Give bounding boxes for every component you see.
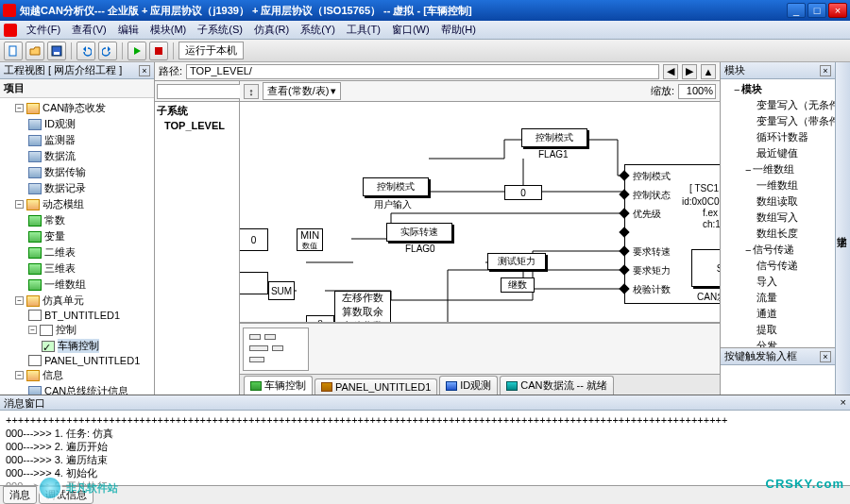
key-input-close-icon[interactable]: × (820, 351, 831, 362)
menu-help[interactable]: 帮助(H) (435, 21, 482, 39)
block-in2[interactable] (240, 272, 268, 294)
module-item[interactable]: 分发 (745, 338, 833, 347)
vertical-tab-desc[interactable]: 描述字 (835, 62, 850, 395)
key-input-title: 按键触发输入框 (724, 349, 797, 363)
module-panel-header: 模块 × (721, 62, 835, 79)
block-testtorque[interactable]: 测试矩力 (487, 253, 546, 270)
tree-2d[interactable]: 二维表 (44, 245, 76, 260)
message-close-icon[interactable]: × (841, 396, 846, 409)
menu-view[interactable]: 查看(V) (66, 21, 112, 39)
tool-open-icon[interactable] (26, 42, 44, 60)
key-input-body[interactable] (721, 365, 835, 395)
message-body[interactable]: ++++++++++++++++++++++++++++++++++++++++… (0, 411, 850, 485)
tree-can-static[interactable]: CAN静态收发 (42, 101, 106, 115)
close-button[interactable]: × (828, 3, 847, 18)
tool-stop-icon[interactable] (149, 42, 168, 60)
module-item[interactable]: 流量 (745, 290, 833, 306)
tree-tx[interactable]: 数据传输 (44, 165, 86, 179)
tree-info[interactable]: 信息 (42, 368, 63, 382)
sort-icon[interactable]: ↕ (244, 84, 259, 99)
module-item[interactable]: 数组读取 (745, 193, 833, 210)
module-item[interactable]: 提取 (745, 322, 833, 338)
module-item[interactable]: 导入 (745, 274, 833, 290)
tree-log[interactable]: 数据记录 (44, 181, 86, 195)
nav-up-icon[interactable]: ▲ (701, 64, 716, 79)
module-group[interactable]: −一维数组 (745, 161, 833, 177)
nav-back-icon[interactable]: ◀ (663, 64, 678, 79)
tree-panel[interactable]: PANEL_UNTITLED1 (44, 355, 140, 366)
tree-ctrl[interactable]: 控制 (56, 323, 76, 337)
block-sum[interactable]: SUM (268, 281, 295, 300)
block-realspeed[interactable]: 实际转速 (386, 223, 452, 242)
view-const-table-button[interactable]: 查看(常数/表) ▾ (263, 82, 341, 100)
tree-3d[interactable]: 三维表 (44, 261, 76, 276)
panel-close-icon[interactable]: × (139, 65, 150, 76)
tab-vehicle-ctrl[interactable]: 车辆控制 (244, 376, 313, 395)
block-eight[interactable]: 8 (306, 315, 334, 323)
module-tree[interactable]: −模块 变量写入（无条件变量写入（带条件循环计数器最近键值−一维数组一维数组数组… (721, 79, 835, 347)
tab-panel-untitled[interactable]: PANEL_UNTITLED1 (314, 378, 437, 395)
module-item[interactable]: 循环计数器 (745, 129, 833, 145)
block-in1[interactable]: 0 (240, 228, 268, 251)
module-item[interactable]: 数组写入 (745, 210, 833, 226)
tree-dynamic[interactable]: 动态模组 (42, 197, 84, 211)
thumbnail[interactable] (243, 328, 309, 371)
module-item[interactable]: 一维数组 (745, 177, 833, 193)
block-min[interactable]: MIN数值 (297, 228, 323, 251)
menu-module[interactable]: 模块(M) (144, 21, 193, 39)
tool-run-icon[interactable] (128, 42, 146, 60)
tool-undo-icon[interactable] (76, 42, 95, 60)
menu-edit[interactable]: 编辑 (112, 21, 144, 39)
run-target-label[interactable]: 运行于本机 (178, 42, 244, 59)
tool-new-icon[interactable] (4, 42, 23, 60)
nav-fwd-icon[interactable]: ▶ (682, 64, 697, 79)
tree-id-obs[interactable]: ID观测 (44, 117, 76, 131)
title-bar: 知越CAN分析仪--- 企业版 + 应用层协议（j1939） + 应用层协议（I… (0, 0, 850, 21)
tab-can-dataflow[interactable]: CAN数据流 -- 就绪 (500, 376, 614, 395)
block-ctrlmode1[interactable]: 控制模式 (521, 128, 587, 147)
tree-stat[interactable]: CAN总线统计信息 (44, 384, 128, 395)
tree-var[interactable]: 变量 (44, 229, 65, 244)
tree-dataflow[interactable]: 数据流 (44, 149, 76, 163)
tree-bt[interactable]: BT_UNTITLED1 (44, 310, 120, 321)
msg-tab-message[interactable]: 消息 (3, 486, 37, 504)
project-tree[interactable]: −CAN静态收发 ID观测 监测器 数据流 数据传输 数据记录 −动态模组 常数… (0, 98, 154, 395)
path-input[interactable]: TOP_LEVEL/ (186, 64, 659, 79)
svg-rect-0 (9, 46, 16, 56)
subsystem-item[interactable]: TOP_LEVEL (157, 120, 237, 131)
menu-simulation[interactable]: 仿真(R) (248, 21, 295, 39)
menu-file[interactable]: 文件(F) (21, 21, 66, 39)
project-tree-title: 工程视图 [ 网店介绍工程 ] (4, 63, 122, 77)
zoom-input[interactable]: 100% (678, 84, 716, 99)
block-shift[interactable]: 左移作数算数取余右移作数 (334, 291, 391, 323)
tree-monitor[interactable]: 监测器 (44, 133, 76, 147)
menu-tools[interactable]: 工具(T) (341, 21, 386, 39)
block-can-send-group[interactable] (624, 164, 720, 304)
tree-1d[interactable]: 一维数组 (44, 277, 86, 292)
diagram-canvas[interactable]: 控制模式 FLAG1 控制模式 用户输入 0 实际转速 FLAG0 MIN数值 … (240, 102, 720, 323)
module-item[interactable]: 数组长度 (745, 226, 833, 242)
label-userinput: 用户输入 (374, 198, 412, 211)
module-group[interactable]: −信号传递 (745, 242, 833, 258)
app-icon (3, 4, 16, 17)
tab-id-obs[interactable]: ID观测 (439, 376, 498, 395)
module-item[interactable]: 最近键值 (745, 145, 833, 161)
tree-vehicle-ctrl[interactable]: 车辆控制 (58, 339, 99, 353)
maximize-button[interactable]: □ (808, 3, 826, 18)
block-cont[interactable]: 继数 (501, 277, 535, 293)
module-item[interactable]: 变量写入（无条件 (745, 97, 833, 113)
tool-save-icon[interactable] (47, 42, 66, 60)
menu-subsystem[interactable]: 子系统(S) (192, 21, 248, 39)
module-item[interactable]: 变量写入（带条件 (745, 113, 833, 129)
menu-window[interactable]: 窗口(W) (386, 21, 435, 39)
module-item[interactable]: 通道 (745, 306, 833, 322)
minimize-button[interactable]: _ (787, 3, 806, 18)
block-zero[interactable]: 0 (504, 185, 542, 200)
menu-system[interactable]: 系统(Y) (295, 21, 341, 39)
block-ctrlmode2[interactable]: 控制模式 (363, 177, 429, 196)
tree-const[interactable]: 常数 (44, 213, 65, 227)
module-item[interactable]: 信号传递 (745, 258, 833, 274)
tree-sim[interactable]: 仿真单元 (42, 294, 84, 308)
module-panel-close-icon[interactable]: × (820, 65, 831, 76)
tool-redo-icon[interactable] (98, 42, 117, 60)
